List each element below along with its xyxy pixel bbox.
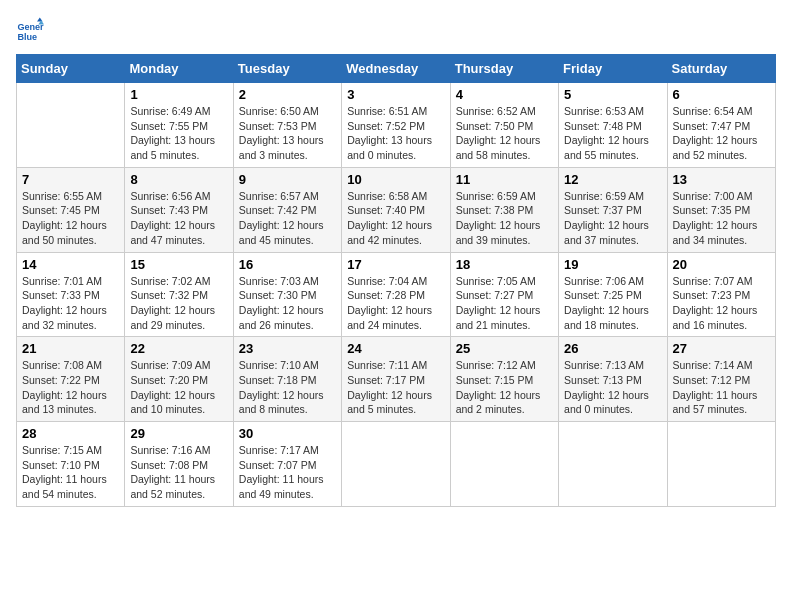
svg-text:Blue: Blue xyxy=(17,32,37,42)
sunrise: Sunrise: 6:55 AM xyxy=(22,190,102,202)
day-number: 25 xyxy=(456,341,553,356)
day-number: 20 xyxy=(673,257,770,272)
sunset: Sunset: 7:42 PM xyxy=(239,204,317,216)
daylight: Daylight: 12 hours and 5 minutes. xyxy=(347,389,432,416)
day-number: 11 xyxy=(456,172,553,187)
daylight: Daylight: 12 hours and 26 minutes. xyxy=(239,304,324,331)
calendar-cell: 12 Sunrise: 6:59 AM Sunset: 7:37 PM Dayl… xyxy=(559,167,667,252)
sunrise: Sunrise: 6:59 AM xyxy=(564,190,644,202)
calendar-cell: 18 Sunrise: 7:05 AM Sunset: 7:27 PM Dayl… xyxy=(450,252,558,337)
sunset: Sunset: 7:10 PM xyxy=(22,459,100,471)
day-number: 26 xyxy=(564,341,661,356)
calendar-cell: 25 Sunrise: 7:12 AM Sunset: 7:15 PM Dayl… xyxy=(450,337,558,422)
sunrise: Sunrise: 7:04 AM xyxy=(347,275,427,287)
sunset: Sunset: 7:40 PM xyxy=(347,204,425,216)
sunrise: Sunrise: 7:15 AM xyxy=(22,444,102,456)
sunset: Sunset: 7:27 PM xyxy=(456,289,534,301)
daylight: Daylight: 12 hours and 2 minutes. xyxy=(456,389,541,416)
sunrise: Sunrise: 6:59 AM xyxy=(456,190,536,202)
logo-icon: General Blue xyxy=(16,16,44,44)
day-number: 27 xyxy=(673,341,770,356)
day-number: 8 xyxy=(130,172,227,187)
day-number: 3 xyxy=(347,87,444,102)
sunrise: Sunrise: 6:54 AM xyxy=(673,105,753,117)
sunset: Sunset: 7:30 PM xyxy=(239,289,317,301)
sunset: Sunset: 7:37 PM xyxy=(564,204,642,216)
sunrise: Sunrise: 6:56 AM xyxy=(130,190,210,202)
sunset: Sunset: 7:20 PM xyxy=(130,374,208,386)
sunrise: Sunrise: 6:53 AM xyxy=(564,105,644,117)
calendar-cell: 16 Sunrise: 7:03 AM Sunset: 7:30 PM Dayl… xyxy=(233,252,341,337)
daylight: Daylight: 12 hours and 24 minutes. xyxy=(347,304,432,331)
sunset: Sunset: 7:52 PM xyxy=(347,120,425,132)
sunset: Sunset: 7:35 PM xyxy=(673,204,751,216)
daylight: Daylight: 11 hours and 52 minutes. xyxy=(130,473,215,500)
day-number: 18 xyxy=(456,257,553,272)
daylight: Daylight: 12 hours and 45 minutes. xyxy=(239,219,324,246)
calendar-cell: 21 Sunrise: 7:08 AM Sunset: 7:22 PM Dayl… xyxy=(17,337,125,422)
calendar-cell: 15 Sunrise: 7:02 AM Sunset: 7:32 PM Dayl… xyxy=(125,252,233,337)
sunset: Sunset: 7:18 PM xyxy=(239,374,317,386)
day-number: 29 xyxy=(130,426,227,441)
daylight: Daylight: 12 hours and 42 minutes. xyxy=(347,219,432,246)
sunrise: Sunrise: 6:50 AM xyxy=(239,105,319,117)
weekday-header: Friday xyxy=(559,55,667,83)
daylight: Daylight: 12 hours and 47 minutes. xyxy=(130,219,215,246)
calendar-table: SundayMondayTuesdayWednesdayThursdayFrid… xyxy=(16,54,776,507)
daylight: Daylight: 13 hours and 3 minutes. xyxy=(239,134,324,161)
day-number: 13 xyxy=(673,172,770,187)
calendar-cell: 20 Sunrise: 7:07 AM Sunset: 7:23 PM Dayl… xyxy=(667,252,775,337)
weekday-header: Wednesday xyxy=(342,55,450,83)
sunrise: Sunrise: 7:07 AM xyxy=(673,275,753,287)
day-number: 21 xyxy=(22,341,119,356)
daylight: Daylight: 12 hours and 34 minutes. xyxy=(673,219,758,246)
calendar-cell: 9 Sunrise: 6:57 AM Sunset: 7:42 PM Dayli… xyxy=(233,167,341,252)
sunset: Sunset: 7:38 PM xyxy=(456,204,534,216)
calendar-cell: 11 Sunrise: 6:59 AM Sunset: 7:38 PM Dayl… xyxy=(450,167,558,252)
day-number: 24 xyxy=(347,341,444,356)
daylight: Daylight: 11 hours and 54 minutes. xyxy=(22,473,107,500)
calendar-cell: 17 Sunrise: 7:04 AM Sunset: 7:28 PM Dayl… xyxy=(342,252,450,337)
sunset: Sunset: 7:13 PM xyxy=(564,374,642,386)
day-number: 15 xyxy=(130,257,227,272)
sunset: Sunset: 7:23 PM xyxy=(673,289,751,301)
sunrise: Sunrise: 7:00 AM xyxy=(673,190,753,202)
calendar-cell: 30 Sunrise: 7:17 AM Sunset: 7:07 PM Dayl… xyxy=(233,422,341,507)
sunrise: Sunrise: 7:13 AM xyxy=(564,359,644,371)
sunset: Sunset: 7:50 PM xyxy=(456,120,534,132)
sunrise: Sunrise: 7:09 AM xyxy=(130,359,210,371)
calendar-cell: 27 Sunrise: 7:14 AM Sunset: 7:12 PM Dayl… xyxy=(667,337,775,422)
sunset: Sunset: 7:48 PM xyxy=(564,120,642,132)
sunset: Sunset: 7:08 PM xyxy=(130,459,208,471)
sunrise: Sunrise: 7:16 AM xyxy=(130,444,210,456)
daylight: Daylight: 12 hours and 16 minutes. xyxy=(673,304,758,331)
page-header: General Blue xyxy=(16,16,776,44)
day-number: 14 xyxy=(22,257,119,272)
weekday-header: Monday xyxy=(125,55,233,83)
weekday-header: Tuesday xyxy=(233,55,341,83)
sunset: Sunset: 7:12 PM xyxy=(673,374,751,386)
calendar-cell: 2 Sunrise: 6:50 AM Sunset: 7:53 PM Dayli… xyxy=(233,83,341,168)
sunset: Sunset: 7:07 PM xyxy=(239,459,317,471)
day-number: 19 xyxy=(564,257,661,272)
day-number: 6 xyxy=(673,87,770,102)
svg-marker-2 xyxy=(37,17,43,21)
day-number: 7 xyxy=(22,172,119,187)
sunrise: Sunrise: 6:57 AM xyxy=(239,190,319,202)
calendar-cell xyxy=(667,422,775,507)
sunrise: Sunrise: 7:17 AM xyxy=(239,444,319,456)
sunset: Sunset: 7:28 PM xyxy=(347,289,425,301)
day-number: 1 xyxy=(130,87,227,102)
daylight: Daylight: 13 hours and 0 minutes. xyxy=(347,134,432,161)
daylight: Daylight: 12 hours and 0 minutes. xyxy=(564,389,649,416)
daylight: Daylight: 13 hours and 5 minutes. xyxy=(130,134,215,161)
daylight: Daylight: 12 hours and 10 minutes. xyxy=(130,389,215,416)
calendar-cell: 22 Sunrise: 7:09 AM Sunset: 7:20 PM Dayl… xyxy=(125,337,233,422)
daylight: Daylight: 12 hours and 55 minutes. xyxy=(564,134,649,161)
sunrise: Sunrise: 7:03 AM xyxy=(239,275,319,287)
day-number: 4 xyxy=(456,87,553,102)
weekday-header: Sunday xyxy=(17,55,125,83)
daylight: Daylight: 12 hours and 37 minutes. xyxy=(564,219,649,246)
calendar-cell: 8 Sunrise: 6:56 AM Sunset: 7:43 PM Dayli… xyxy=(125,167,233,252)
calendar-cell: 19 Sunrise: 7:06 AM Sunset: 7:25 PM Dayl… xyxy=(559,252,667,337)
